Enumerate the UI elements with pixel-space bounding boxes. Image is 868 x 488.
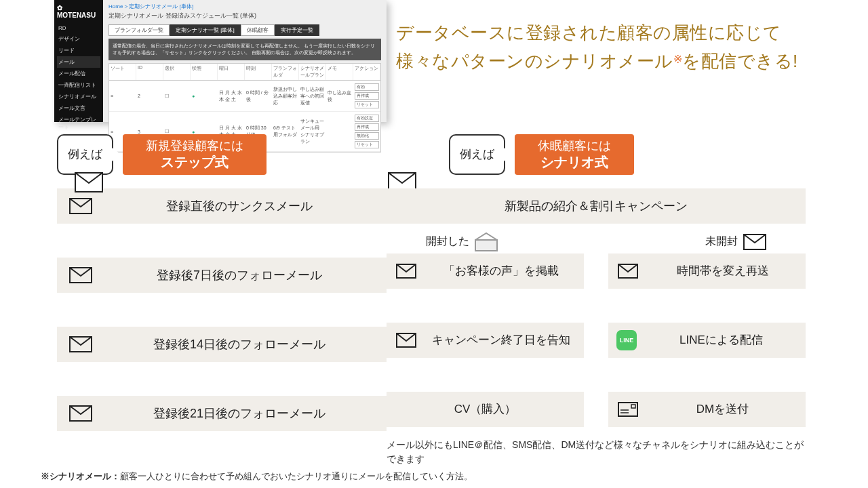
branch-open-label: 開封した bbox=[426, 235, 469, 249]
scenario-card: CV（購入） bbox=[387, 392, 584, 427]
mail-icon bbox=[69, 405, 92, 422]
mail-icon bbox=[395, 331, 418, 349]
scenario-top-label: 新製品の紹介＆割引キャンペーン bbox=[399, 198, 793, 214]
branch-closed: 未開封 bbox=[705, 233, 766, 251]
headline: データベースに登録された顧客の属性に応じて 様々なパターンのシナリオメール※を配… bbox=[396, 19, 857, 75]
line-icon: LINE bbox=[616, 330, 637, 350]
screenshot-sidebar: ✿ MOTENASU RD デザイン リード メール メール配信 一斉配信リスト… bbox=[54, 0, 103, 122]
open-mail-icon bbox=[475, 233, 498, 251]
scenario-card: 時間帯を変え再送 bbox=[608, 253, 806, 289]
scenario-top-card: 新製品の紹介＆割引キャンペーン bbox=[387, 188, 806, 224]
branch-closed-label: 未開封 bbox=[705, 235, 738, 249]
step-card: 登録直後のサンクスメール bbox=[57, 188, 387, 224]
step-label: 登録後21日後のフォローメール bbox=[104, 405, 374, 422]
breadcrumb: Home > 定期シナリオメール [単体] bbox=[108, 3, 381, 10]
scenario-card: LINE LINEによる配信 bbox=[608, 323, 806, 358]
step-card: 登録後21日後のフォローメール bbox=[57, 396, 387, 431]
pattern-scenario-box: 休眠顧客にはシナリオ式 bbox=[515, 134, 634, 175]
pattern-step-box: 新規登録顧客にはステップ式 bbox=[123, 134, 267, 175]
svg-rect-12 bbox=[631, 405, 635, 408]
notice: 通常配信の場合、当日に実行されたシナリオメールは時刻を変更しても再配信しません。… bbox=[108, 39, 381, 60]
footnote: ※シナリオメール：顧客一人ひとりに合わせて予め組んでおいたシナリオ通りにメールを… bbox=[41, 470, 473, 483]
mail-icon bbox=[616, 262, 639, 280]
mail-icon bbox=[743, 233, 766, 251]
brand: ✿ MOTENASU bbox=[57, 4, 100, 19]
mail-icon bbox=[69, 336, 92, 353]
speech-bubble: 例えば bbox=[449, 134, 505, 175]
mail-icon bbox=[75, 172, 103, 192]
scenario-card: キャンペーン終了日を告知 bbox=[387, 323, 584, 358]
step-card: 登録後7日後のフォローメール bbox=[57, 258, 387, 293]
note-marker: ※ bbox=[673, 54, 683, 65]
step-label: 登録後14日後のフォローメール bbox=[104, 336, 374, 352]
connector-line bbox=[191, 209, 193, 411]
mail-icon bbox=[69, 197, 92, 215]
tab: プランフォルダ一覧 bbox=[108, 24, 170, 36]
step-label: 登録直後のサンクスメール bbox=[104, 198, 374, 214]
channel-footnote: メール以外にもLINE＠配信、SMS配信、DM送付など様々なチャネルをシナリオに… bbox=[387, 438, 806, 466]
page-title: 定期シナリオメール 登録済みスケジュール一覧 (単体) bbox=[108, 12, 381, 20]
svg-rect-6 bbox=[475, 240, 497, 251]
step-card: 登録後14日後のフォローメール bbox=[57, 327, 387, 362]
mail-icon bbox=[69, 266, 92, 284]
scenario-card: DMを送付 bbox=[608, 392, 806, 427]
mail-icon bbox=[395, 262, 418, 280]
scenario-card: 「お客様の声」を掲載 bbox=[387, 253, 584, 289]
postcard-icon bbox=[616, 401, 639, 418]
tab: 実行予定一覧 bbox=[275, 24, 319, 36]
admin-screenshot: ✿ MOTENASU RD デザイン リード メール メール配信 一斉配信リスト… bbox=[54, 0, 387, 122]
tab: 休眠顧客 bbox=[241, 24, 275, 36]
screenshot-main: Home > 定期シナリオメール [単体] 定期シナリオメール 登録済みスケジュ… bbox=[103, 0, 387, 122]
branch-open: 開封した bbox=[426, 233, 498, 251]
step-label: 登録後7日後のフォローメール bbox=[104, 267, 374, 283]
tab: 定期シナリオ一覧 [単体] bbox=[170, 24, 241, 36]
speech-bubble: 例えば bbox=[57, 134, 113, 175]
